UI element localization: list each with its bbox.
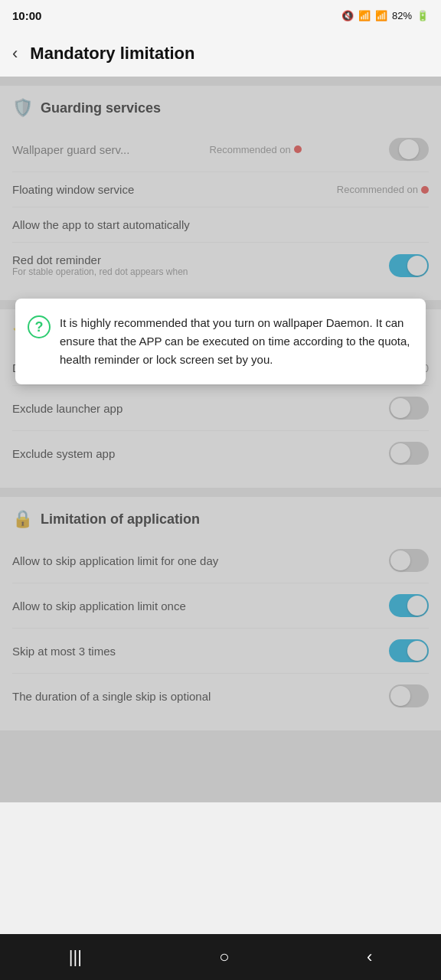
red-dot-text-group: Red dot reminder For stable operation, r…	[12, 253, 389, 277]
exclude-system-toggle[interactable]	[389, 442, 429, 465]
limitation-icon: 🔒	[12, 509, 33, 529]
skip-once-row: Allow to skip application limit once	[12, 583, 429, 629]
red-dot-row: Red dot reminder For stable operation, r…	[12, 243, 429, 288]
wallpaper-label: Wallpaper guard serv...	[12, 143, 129, 156]
red-dot-sublabel: For stable operation, red dot appears wh…	[12, 266, 389, 277]
dialog-popup: ? It is highly recommended that you turn…	[15, 299, 426, 384]
exclude-launcher-label: Exclude launcher app	[12, 402, 389, 415]
nav-menu-button[interactable]: |||	[69, 947, 82, 967]
exclude-launcher-row: Exclude launcher app	[12, 386, 429, 431]
limitation-card: 🔒 Limitation of application Allow to ski…	[0, 497, 441, 730]
wallpaper-row: Wallpaper guard serv... Recommended on	[12, 127, 429, 172]
guarding-services-header: 🛡️ Guarding services	[12, 98, 429, 118]
floating-recommended: Recommended on	[337, 184, 429, 195]
skip-3-times-label: Skip at most 3 times	[12, 645, 389, 658]
skip-one-day-toggle[interactable]	[389, 549, 429, 572]
exclude-system-label: Exclude system app	[12, 447, 389, 460]
main-content: ? It is highly recommended that you turn…	[0, 77, 441, 802]
floating-recommended-text: Recommended on	[337, 184, 418, 195]
exclude-system-knob	[390, 443, 410, 463]
skip-once-knob	[407, 596, 427, 616]
wallpaper-recommended-text: Recommended on	[210, 144, 291, 155]
back-button[interactable]: ‹	[12, 44, 18, 64]
skip-duration-label: The duration of a single skip is optiona…	[12, 690, 389, 703]
skip-duration-toggle[interactable]	[389, 684, 429, 707]
nav-back-button[interactable]: ‹	[367, 947, 372, 967]
floating-window-row: Floating window service Recommended on	[12, 172, 429, 207]
red-dot-indicator	[294, 145, 302, 153]
nav-home-button[interactable]: ○	[219, 947, 229, 967]
status-bar: 10:00 🔇 📶 📶 82% 🔋	[0, 0, 441, 31]
red-dot-toggle[interactable]	[389, 254, 429, 277]
skip-one-day-row: Allow to skip application limit for one …	[12, 538, 429, 583]
status-time: 10:00	[12, 9, 41, 22]
exclude-system-row: Exclude system app	[12, 431, 429, 475]
top-bar: ‹ Mandatory limitation	[0, 31, 441, 77]
skip-one-day-label: Allow to skip application limit for one …	[12, 554, 389, 567]
floating-red-dot	[421, 186, 429, 194]
status-right-icons: 🔇 📶 📶 82% 🔋	[341, 10, 429, 21]
skip-one-day-knob	[390, 550, 410, 570]
exclude-launcher-knob	[390, 398, 410, 418]
battery-level: 82%	[392, 10, 412, 21]
guarding-icon: 🛡️	[12, 98, 33, 118]
auto-start-label: Allow the app to start automatically	[12, 218, 429, 231]
bottom-nav: ||| ○ ‹	[0, 934, 441, 980]
guarding-services-title: Guarding services	[41, 100, 161, 116]
page-title: Mandatory limitation	[30, 44, 194, 64]
floating-window-label: Floating window service	[12, 183, 337, 196]
signal-icon: 📶	[375, 10, 387, 21]
red-dot-toggle-knob	[407, 256, 427, 276]
wallpaper-toggle[interactable]	[389, 138, 429, 161]
skip-duration-row: The duration of a single skip is optiona…	[12, 674, 429, 718]
red-dot-label: Red dot reminder	[12, 253, 389, 266]
limitation-title: Limitation of application	[41, 511, 200, 528]
skip-3-times-knob	[407, 641, 427, 661]
skip-3-times-row: Skip at most 3 times	[12, 629, 429, 674]
skip-once-label: Allow to skip application limit once	[12, 599, 389, 612]
skip-duration-knob	[390, 686, 410, 706]
guarding-services-card: 🛡️ Guarding services Wallpaper guard ser…	[0, 86, 441, 300]
wifi-icon: 📶	[358, 10, 371, 21]
exclude-launcher-toggle[interactable]	[389, 397, 429, 420]
battery-icon: 🔋	[416, 10, 429, 21]
wallpaper-recommended: Recommended on	[210, 144, 302, 155]
skip-once-toggle[interactable]	[389, 594, 429, 617]
auto-start-row: Allow the app to start automatically	[12, 207, 429, 243]
dialog-question-icon: ?	[28, 315, 51, 338]
limitation-header: 🔒 Limitation of application	[12, 509, 429, 529]
mute-icon: 🔇	[341, 10, 354, 21]
dialog-text: It is highly recommended that you turn o…	[60, 314, 413, 369]
wallpaper-toggle-knob	[399, 139, 419, 159]
bottom-spacer	[0, 740, 441, 793]
skip-3-times-toggle[interactable]	[389, 639, 429, 662]
